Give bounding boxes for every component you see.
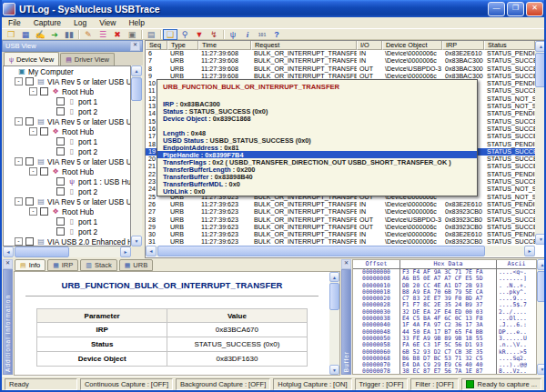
tree-item-ehci-controller[interactable]: - ▤ VIA USB 2.0 Enhanced Host Controller xyxy=(4,236,130,246)
expander-icon[interactable]: - xyxy=(29,207,37,216)
tab-stack[interactable]: ▥ Stack xyxy=(80,259,116,271)
tree-item-root-hub[interactable]: - ❖ Root Hub xyxy=(4,166,130,176)
print-icon[interactable]: ▣ xyxy=(125,29,139,40)
tree-item-root-hub[interactable]: - ❖ Root Hub xyxy=(4,206,130,216)
checkbox[interactable] xyxy=(56,227,65,236)
checkbox[interactable] xyxy=(56,177,65,186)
expander-icon[interactable]: - xyxy=(15,197,23,206)
scrollbar-thumb[interactable] xyxy=(157,246,485,256)
tree-item-host-controller-3[interactable]: - ▤ VIA Rev 5 or later USB Universal Hos… xyxy=(4,156,130,166)
info-icon[interactable]: i xyxy=(240,29,255,40)
checkbox[interactable] xyxy=(56,107,65,116)
tree-item-port-1[interactable]: ▯ port 1 xyxy=(4,136,130,146)
tree-item-host-controller-4[interactable]: - ▤ VIA Rev 5 or later USB Universal Hos… xyxy=(4,196,130,206)
tree-item-port-2[interactable]: ▯ port 2 xyxy=(4,106,130,116)
title-bar[interactable]: UTLog - SysNucleus USBTrace — ❐ ✕ xyxy=(0,0,546,17)
column-header-seq[interactable]: Seq xyxy=(146,41,167,50)
scrollbar-thumb[interactable] xyxy=(15,246,69,257)
expander-icon[interactable]: - xyxy=(29,167,37,176)
scrollbar-thumb[interactable] xyxy=(131,77,142,101)
log-vertical-scrollbar[interactable]: ▲ ▼ xyxy=(535,41,546,245)
column-header-type[interactable]: Type xyxy=(167,41,198,50)
log-row[interactable]: 30 URB 11:27:39:623 BULK_OR_INTERRUPT_TR… xyxy=(146,231,535,238)
menu-item[interactable]: View xyxy=(93,18,122,27)
filter-icon[interactable]: ▼ xyxy=(192,29,207,40)
scrollbar-thumb[interactable] xyxy=(537,271,546,302)
open-log-icon[interactable]: ❒ xyxy=(4,29,18,40)
checkbox[interactable] xyxy=(25,117,34,126)
tree-item-port-1[interactable]: ▯ port 1 xyxy=(4,216,130,226)
buffer-vertical-scrollbar[interactable]: ▲ ▼ xyxy=(537,259,546,375)
checkbox[interactable] xyxy=(56,147,65,156)
trigger-icon[interactable]: ↯ xyxy=(207,29,221,40)
tree-item-port-1-hid[interactable]: ψ port 1 : USB Human Interface D xyxy=(4,176,130,186)
checkbox[interactable] xyxy=(25,197,34,206)
binary-view-icon[interactable]: 101 xyxy=(255,29,269,40)
menu-item[interactable]: Capture xyxy=(27,18,67,27)
expander-icon[interactable]: - xyxy=(29,87,37,95)
search-icon[interactable]: ⚲ xyxy=(177,29,192,40)
column-header-device-object[interactable]: Device Object xyxy=(382,41,442,50)
info-vertical-scrollbar[interactable]: ▲ ▼ xyxy=(329,272,339,375)
tree-item-root-hub[interactable]: - ❖ Root Hub xyxy=(4,86,130,96)
clear-log-icon[interactable]: ✖ xyxy=(110,29,125,40)
tree-item-port-1[interactable]: ▯ port 1 xyxy=(4,96,130,106)
save-capture-icon[interactable]: ✍ xyxy=(33,29,47,40)
tree-item-port-2[interactable]: ▯ port 2 xyxy=(4,226,130,236)
checkbox[interactable] xyxy=(56,217,65,226)
log-options-icon[interactable]: ☰ xyxy=(96,29,110,40)
checkbox[interactable] xyxy=(40,167,48,176)
log-row[interactable]: 6 URB 11:27:39:608 BULK_OR_INTERRUPT_TRA… xyxy=(146,50,535,57)
column-header-irp[interactable]: IRP xyxy=(442,41,484,50)
column-header-request[interactable]: Request xyxy=(251,41,357,50)
log-row[interactable]: 26 URB 11:27:39:623 BULK_OR_INTERRUPT_TR… xyxy=(146,201,535,208)
tab-info[interactable]: ▤ Info xyxy=(15,259,46,271)
log-row[interactable]: 28 URB 11:27:39:623 BULK_OR_INTERRUPT_TR… xyxy=(146,216,535,224)
minimize-button[interactable]: — xyxy=(488,2,505,16)
tree-item-my-computer[interactable]: ▣ My Computer xyxy=(4,66,130,76)
log-row[interactable]: 31 URB 11:27:39:623 BULK_OR_INTERRUPT_TR… xyxy=(146,238,535,245)
checkbox[interactable] xyxy=(25,237,34,246)
tab-device-view[interactable]: ψ Device View xyxy=(4,52,59,65)
close-panel-icon[interactable]: ✕ xyxy=(3,259,13,269)
log-row[interactable]: 8 URB 11:27:39:608 BULK_OR_INTERRUPT_TRA… xyxy=(146,65,535,73)
tree-item-root-hub[interactable]: - ❖ Root Hub xyxy=(4,126,130,136)
expander-icon[interactable]: - xyxy=(15,237,23,246)
menu-item[interactable]: Help xyxy=(122,18,150,27)
log-row[interactable]: 29 URB 11:27:39:623 BULK_OR_INTERRUPT_TR… xyxy=(146,224,535,231)
tooltip-toggle-icon[interactable]: ❑ xyxy=(163,29,177,40)
tab-urb[interactable]: ▦ URB xyxy=(119,259,153,271)
log-horizontal-scrollbar[interactable]: ◄ ► xyxy=(146,246,535,256)
start-capture-icon[interactable]: ➔ xyxy=(47,29,62,40)
menu-item[interactable]: File xyxy=(2,18,27,27)
checkbox[interactable] xyxy=(40,127,48,136)
checkbox[interactable] xyxy=(56,97,65,106)
checkbox[interactable] xyxy=(56,137,65,146)
maximize-button[interactable]: ❐ xyxy=(507,2,524,16)
checkbox[interactable] xyxy=(25,157,34,166)
tree-item-port-2[interactable]: ▯ port 2 xyxy=(4,186,130,196)
expander-icon[interactable]: - xyxy=(29,127,37,136)
checkbox[interactable] xyxy=(40,207,48,216)
edit-icon[interactable]: ✎ xyxy=(81,29,96,40)
pause-capture-icon[interactable]: ▮▮ xyxy=(62,29,76,40)
checkbox[interactable] xyxy=(25,77,34,85)
tree-item-host-controller-1[interactable]: - ▤ VIA Rev 5 or later USB Universal Hos… xyxy=(4,76,130,86)
scrollbar-thumb[interactable] xyxy=(329,283,339,310)
menu-item[interactable]: Log xyxy=(67,18,93,27)
tree-item-host-controller-2[interactable]: - ▤ VIA Rev 5 or later USB Universal Hos… xyxy=(4,116,130,126)
tree-horizontal-scrollbar[interactable]: ◄ ► xyxy=(3,246,131,257)
column-header-time[interactable]: Time xyxy=(198,41,251,50)
column-header-status[interactable]: Status xyxy=(484,41,535,50)
log-row[interactable]: 27 URB 11:27:39:623 BULK_OR_INTERRUPT_TR… xyxy=(146,208,535,216)
column-header-io[interactable]: I/O xyxy=(357,41,382,50)
tab-irp[interactable]: ▦ IRP xyxy=(47,259,78,271)
close-panel-icon[interactable]: ✕ xyxy=(341,259,351,269)
tab-driver-view[interactable]: ▤ Driver View xyxy=(60,53,115,65)
scrollbar-thumb[interactable] xyxy=(535,53,546,87)
expander-icon[interactable]: - xyxy=(15,117,23,126)
tree-vertical-scrollbar[interactable]: ▲ ▼ xyxy=(131,65,142,246)
log-row[interactable]: 7 URB 11:27:39:608 BULK_OR_INTERRUPT_TRA… xyxy=(146,57,535,65)
help-icon[interactable]: ? xyxy=(269,29,284,40)
close-panel-icon[interactable]: ✕ xyxy=(130,41,140,51)
